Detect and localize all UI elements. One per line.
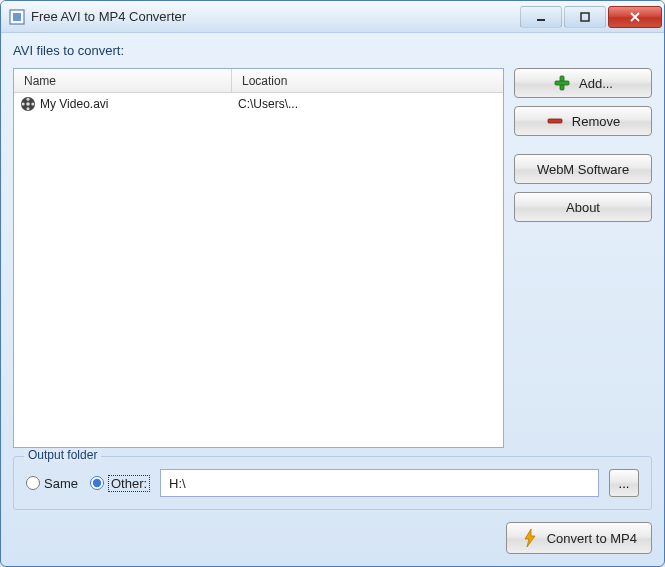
- file-location-cell: C:\Users\...: [232, 97, 503, 111]
- remove-button-label: Remove: [572, 114, 620, 129]
- radio-other[interactable]: Other:: [90, 475, 150, 492]
- plus-icon: [553, 74, 571, 92]
- close-button[interactable]: [608, 6, 662, 28]
- minimize-button[interactable]: [520, 6, 562, 28]
- app-window: Free AVI to MP4 Converter AVI files to c…: [0, 0, 665, 567]
- webm-button-label: WebM Software: [537, 162, 629, 177]
- output-path-input[interactable]: [160, 469, 599, 497]
- output-folder-legend: Output folder: [24, 448, 101, 462]
- svg-rect-12: [548, 119, 562, 123]
- radio-same-input[interactable]: [26, 476, 40, 490]
- svg-point-9: [31, 103, 34, 106]
- svg-point-5: [26, 102, 30, 106]
- main-row: Name Location: [13, 68, 652, 448]
- browse-button-label: ...: [619, 476, 630, 491]
- output-radio-group: Same Other:: [26, 475, 150, 492]
- radio-other-label: Other:: [108, 475, 150, 492]
- webm-software-button[interactable]: WebM Software: [514, 154, 652, 184]
- column-header-name[interactable]: Name: [14, 69, 232, 93]
- files-section-label: AVI files to convert:: [13, 43, 652, 58]
- svg-point-7: [27, 107, 30, 110]
- file-name-cell: My Video.avi: [14, 96, 232, 112]
- client-area: AVI files to convert: Name Location: [1, 33, 664, 566]
- svg-rect-2: [537, 19, 545, 21]
- listview-body[interactable]: My Video.avi C:\Users\...: [14, 93, 503, 447]
- app-icon: [9, 9, 25, 25]
- window-controls: [520, 6, 662, 28]
- svg-point-6: [27, 98, 30, 101]
- file-name-text: My Video.avi: [40, 97, 108, 111]
- about-button-label: About: [566, 200, 600, 215]
- column-header-location[interactable]: Location: [232, 69, 503, 93]
- bottom-row: Convert to MP4: [13, 518, 652, 554]
- svg-rect-11: [555, 81, 569, 85]
- convert-button[interactable]: Convert to MP4: [506, 522, 652, 554]
- files-listview[interactable]: Name Location: [13, 68, 504, 448]
- about-button[interactable]: About: [514, 192, 652, 222]
- remove-button[interactable]: Remove: [514, 106, 652, 136]
- add-button[interactable]: Add...: [514, 68, 652, 98]
- browse-button[interactable]: ...: [609, 469, 639, 497]
- window-title: Free AVI to MP4 Converter: [31, 9, 520, 24]
- svg-rect-1: [13, 13, 21, 21]
- minus-icon: [546, 112, 564, 130]
- add-button-label: Add...: [579, 76, 613, 91]
- maximize-button[interactable]: [564, 6, 606, 28]
- radio-same[interactable]: Same: [26, 476, 78, 491]
- radio-same-label: Same: [44, 476, 78, 491]
- film-reel-icon: [20, 96, 36, 112]
- radio-other-input[interactable]: [90, 476, 104, 490]
- file-location-text: C:\Users\...: [238, 97, 298, 111]
- convert-button-label: Convert to MP4: [547, 531, 637, 546]
- side-buttons: Add... Remove WebM Software About: [514, 68, 652, 448]
- listview-header: Name Location: [14, 69, 503, 93]
- output-folder-fieldset: Output folder Same Other: ...: [13, 456, 652, 510]
- output-row: Same Other: ...: [26, 469, 639, 497]
- svg-point-8: [22, 103, 25, 106]
- titlebar[interactable]: Free AVI to MP4 Converter: [1, 1, 664, 33]
- table-row[interactable]: My Video.avi C:\Users\...: [14, 93, 503, 115]
- svg-rect-3: [581, 13, 589, 21]
- lightning-icon: [521, 529, 539, 547]
